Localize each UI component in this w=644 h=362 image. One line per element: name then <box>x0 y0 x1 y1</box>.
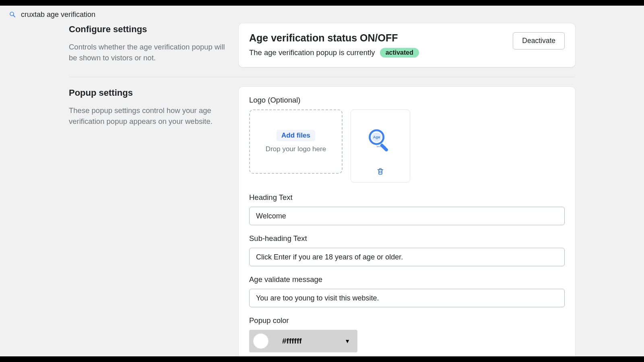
status-card: Age verification status ON/OFF The age v… <box>239 23 575 67</box>
popup-heading: Popup settings <box>69 88 229 98</box>
popup-desc: These popup settings control how your ag… <box>69 105 229 127</box>
popup-color-label: Popup color <box>249 316 565 325</box>
svg-line-1 <box>13 15 15 17</box>
breadcrumb-text: cruxtab age verification <box>21 10 95 19</box>
drop-hint: Drop your logo here <box>266 145 326 153</box>
heading-text-label: Heading Text <box>249 193 565 202</box>
configure-right: Age verification status ON/OFF The age v… <box>239 23 575 67</box>
heading-text-field: Heading Text <box>249 193 565 225</box>
section-divider <box>69 77 575 77</box>
configure-heading: Configure settings <box>69 24 229 35</box>
popup-right: Logo (Optional) Add files Drop your logo… <box>239 87 575 362</box>
configure-left: Configure settings Controls whether the … <box>69 23 229 67</box>
chevron-down-icon: ▼ <box>345 338 350 344</box>
logo-row: Add files Drop your logo here Age Verifi… <box>249 109 565 183</box>
popup-color-picker[interactable]: #ffffff ▼ <box>249 330 357 352</box>
validate-message-field: Age validate message <box>249 275 565 307</box>
color-value: #ffffff <box>275 337 338 346</box>
status-prefix: The age verification popup is currently <box>249 48 375 57</box>
status-card-left: Age verification status ON/OFF The age v… <box>249 32 419 58</box>
delete-logo-button[interactable] <box>375 166 386 178</box>
status-title: Age verification status ON/OFF <box>249 32 419 44</box>
trash-icon <box>376 167 384 177</box>
subheading-text-input[interactable] <box>249 248 565 266</box>
subheading-text-field: Sub-heading Text <box>249 234 565 266</box>
letterbox-top <box>0 0 644 6</box>
logo-field: Logo (Optional) Add files Drop your logo… <box>249 96 565 183</box>
validate-message-input[interactable] <box>249 289 565 307</box>
configure-section: Configure settings Controls whether the … <box>69 23 575 77</box>
configure-desc: Controls whether the age verification po… <box>69 42 229 64</box>
svg-text:Age: Age <box>373 135 380 139</box>
heading-text-input[interactable] <box>249 207 565 225</box>
popup-card: Logo (Optional) Add files Drop your logo… <box>239 87 575 362</box>
logo-preview-image: Age Verification <box>365 117 396 166</box>
letterbox-bottom <box>0 356 644 362</box>
status-line: The age verification popup is currently … <box>249 48 419 58</box>
popup-color-field: Popup color #ffffff ▼ <box>249 316 565 352</box>
popup-section: Popup settings These popup settings cont… <box>69 87 575 362</box>
search-icon <box>9 11 16 18</box>
deactivate-button[interactable]: Deactivate <box>513 32 565 49</box>
validate-message-label: Age validate message <box>249 275 565 284</box>
breadcrumb: cruxtab age verification <box>0 6 644 23</box>
popup-left: Popup settings These popup settings cont… <box>69 87 229 362</box>
logo-preview: Age Verification <box>351 109 410 183</box>
add-files-button[interactable]: Add files <box>277 130 315 141</box>
status-badge: activated <box>380 48 419 58</box>
subheading-text-label: Sub-heading Text <box>249 234 565 243</box>
page-container: Configure settings Controls whether the … <box>69 23 575 362</box>
logo-dropzone[interactable]: Add files Drop your logo here <box>249 109 343 174</box>
logo-label: Logo (Optional) <box>249 96 565 105</box>
color-swatch <box>253 333 268 349</box>
